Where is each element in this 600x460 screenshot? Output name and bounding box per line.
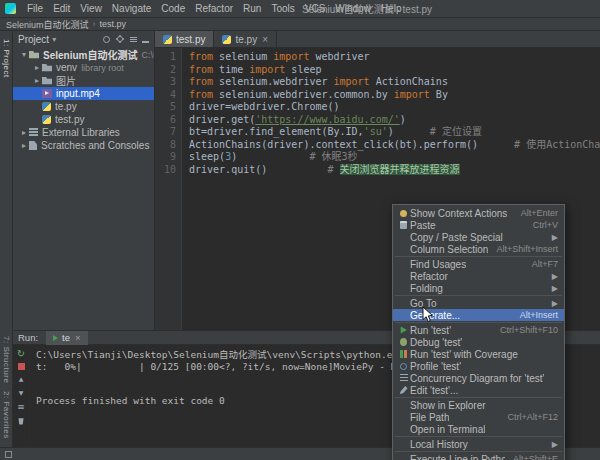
- menu-item-local-history[interactable]: Local History▶: [393, 438, 564, 450]
- concurrency-icon-slot: [397, 374, 410, 382]
- menu-item-label: Run 'test': [410, 325, 451, 336]
- code-line[interactable]: from selenium.webdriver.common.by import…: [189, 89, 600, 102]
- submenu-arrow-icon: ▶: [552, 440, 558, 449]
- tab-label: test.py: [176, 34, 205, 45]
- menu-item-run-test-with-coverage[interactable]: Run 'test' with Coverage: [393, 348, 564, 360]
- menu-item-go-to[interactable]: Go To▶: [393, 297, 564, 309]
- menu-run[interactable]: Run: [238, 2, 266, 15]
- chevron-right-icon[interactable]: ▸: [19, 141, 29, 150]
- menu-item-run-test[interactable]: Run 'test'Ctrl+Shift+F10: [393, 324, 564, 336]
- menu-separator: [395, 397, 562, 398]
- code-line[interactable]: driver=webdriver.Chrome(): [189, 101, 600, 114]
- menu-item-label: Find Usages: [410, 259, 466, 270]
- tree-item-te-py[interactable]: te.py: [13, 100, 154, 113]
- stop-icon[interactable]: [18, 363, 25, 370]
- tree-item-test-py[interactable]: test.py: [13, 113, 154, 126]
- breadcrumb-separator-icon: ›: [93, 19, 96, 29]
- code-line[interactable]: from selenium.webdriver import ActionCha…: [189, 76, 600, 89]
- code-segment: By: [430, 89, 448, 100]
- menu-item-open-in-terminal[interactable]: Open in Terminal: [393, 423, 564, 435]
- code-segment: ): [400, 114, 406, 125]
- menu-edit[interactable]: Edit: [48, 2, 75, 15]
- menu-item-generate[interactable]: Generate...Alt+Insert: [393, 309, 564, 321]
- hide-icon[interactable]: [142, 36, 149, 43]
- menu-item-label: Show Context Actions: [410, 208, 507, 219]
- run-tab-te[interactable]: te: [46, 331, 88, 345]
- code-line[interactable]: from selenium import webdriver: [189, 51, 600, 64]
- menu-item-column-selection-mode[interactable]: Column Selection ModeAlt+Shift+Insert: [393, 243, 564, 255]
- menu-navigate[interactable]: Navigate: [107, 2, 156, 15]
- menu-item-find-usages[interactable]: Find UsagesAlt+F7: [393, 258, 564, 270]
- up-stack-icon[interactable]: ▲: [19, 374, 24, 384]
- menu-item-copy-paste-special[interactable]: Copy / Paste Special▶: [393, 231, 564, 243]
- menu-tools[interactable]: Tools: [266, 2, 299, 15]
- code-line[interactable]: driver.quit() # 关闭浏览器并释放进程资源: [189, 164, 600, 177]
- menu-item-paste[interactable]: PasteCtrl+V: [393, 219, 564, 231]
- code-segment: from: [189, 51, 213, 62]
- menu-code[interactable]: Code: [156, 2, 190, 15]
- run-config-icon: [53, 335, 58, 341]
- menu-item-concurrency-diagram-for-test[interactable]: Concurrency Diagram for 'test': [393, 372, 564, 384]
- run-icon: [400, 326, 408, 334]
- tree-item-external-libraries[interactable]: ▸External Libraries: [13, 126, 154, 139]
- tree-item-scratches-and-consoles[interactable]: ▸Scratches and Consoles: [13, 139, 154, 152]
- menu-item-label: Column Selection Mode: [410, 244, 488, 255]
- tool-button-2-favorites[interactable]: 2: Favorites: [2, 391, 11, 439]
- toolwindow-toggle-icon[interactable]: [5, 451, 12, 458]
- menu-item-folding[interactable]: Folding▶: [393, 282, 564, 294]
- close-icon[interactable]: ×: [262, 34, 268, 45]
- clear-icon[interactable]: [17, 416, 25, 425]
- project-panel: Project ▾Selenium自动化测试C:\Users\Tianji▸ve…: [13, 31, 155, 330]
- menu-item-edit-test[interactable]: Edit 'test'...: [393, 384, 564, 396]
- gear-icon[interactable]: [117, 36, 123, 42]
- breadcrumb: Selenium自动化测试›test.py: [6, 18, 126, 31]
- menu-separator: [395, 451, 562, 452]
- chevron-down-icon[interactable]: [52, 35, 56, 44]
- rerun-icon[interactable]: ↻: [17, 349, 25, 359]
- code-segment: import: [249, 64, 285, 75]
- tree-item-item[interactable]: ▸图片: [13, 74, 154, 87]
- python-icon: [42, 102, 51, 111]
- collapse-all-icon[interactable]: [130, 37, 137, 42]
- menu-item-label: Open in Terminal: [410, 424, 485, 435]
- close-icon[interactable]: [70, 332, 81, 343]
- tool-button-1-project[interactable]: 1: Project: [2, 39, 11, 78]
- code-line[interactable]: sleep(3) # 休眠3秒: [189, 151, 600, 164]
- code-segment: ActionChains(driver).context_click(bt).p…: [189, 139, 514, 150]
- folder-icon: [42, 76, 52, 85]
- breadcrumb-item-test-py[interactable]: test.py: [100, 19, 127, 29]
- menu-view[interactable]: View: [75, 2, 107, 15]
- tree-item-input-mp4[interactable]: input.mp4: [13, 87, 154, 100]
- code-line[interactable]: ActionChains(driver).context_click(bt).p…: [189, 139, 600, 152]
- menu-item-refactor[interactable]: Refactor▶: [393, 270, 564, 282]
- chevron-right-icon[interactable]: ▸: [32, 63, 42, 72]
- code-line[interactable]: bt=driver.find_element(By.ID,'su') # 定位设…: [189, 126, 600, 139]
- code-line[interactable]: driver.get('https://www.baidu.com/'): [189, 114, 600, 127]
- menu-item-file-path[interactable]: File PathCtrl+Alt+F12: [393, 411, 564, 423]
- menu-item-execute-line-in-python-console[interactable]: Execute Line in Python ConsoleAlt+Shift+…: [393, 453, 564, 460]
- menu-file[interactable]: File: [22, 2, 48, 15]
- menu-item-show-context-actions[interactable]: Show Context ActionsAlt+Enter: [393, 207, 564, 219]
- project-panel-title[interactable]: Project: [18, 34, 49, 45]
- code-segment: ): [231, 151, 309, 162]
- menu-item-profile-test[interactable]: Profile 'test': [393, 360, 564, 372]
- settings-icon[interactable]: ≡: [17, 402, 25, 412]
- tree-item-selenium[interactable]: ▾Selenium自动化测试C:\Users\Tianji: [13, 48, 154, 61]
- breadcrumb-item-selenium[interactable]: Selenium自动化测试: [6, 18, 89, 31]
- tree-item-venv[interactable]: ▸venvlibrary root: [13, 61, 154, 74]
- tab-te-py[interactable]: te.py×: [214, 31, 277, 47]
- down-stack-icon[interactable]: ▼: [19, 388, 24, 398]
- menu-item-label: Refactor: [410, 271, 448, 282]
- locate-icon[interactable]: [103, 36, 110, 43]
- tab-test-py[interactable]: test.py: [155, 31, 214, 47]
- chevron-down-icon[interactable]: ▾: [19, 50, 29, 59]
- chevron-right-icon[interactable]: ▸: [32, 76, 42, 85]
- menu-separator: [395, 322, 562, 323]
- code-line[interactable]: from time import sleep: [189, 64, 600, 77]
- tool-button-7-structure[interactable]: 7: Structure: [2, 336, 11, 383]
- menu-item-debug-test[interactable]: Debug 'test': [393, 336, 564, 348]
- chevron-right-icon[interactable]: ▸: [19, 128, 29, 137]
- menu-refactor[interactable]: Refactor: [190, 2, 238, 15]
- menu-item-show-in-explorer[interactable]: Show in Explorer: [393, 399, 564, 411]
- profiler-icon: [400, 363, 407, 370]
